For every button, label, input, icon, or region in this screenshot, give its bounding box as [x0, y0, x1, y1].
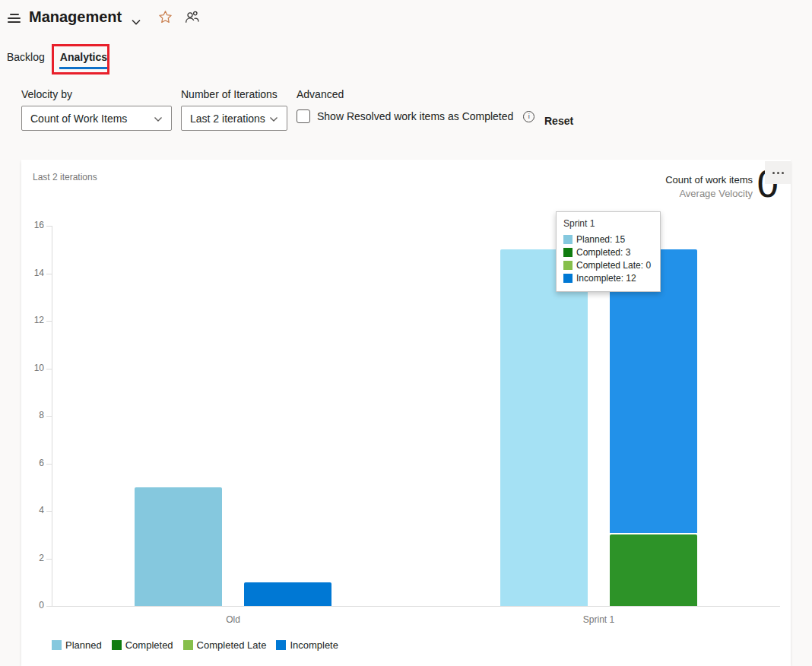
y-axis-tick-label: 0 [21, 600, 44, 610]
x-axis-line [52, 606, 780, 607]
legend-label: Planned [65, 639, 102, 651]
y-axis-tick-label: 16 [21, 220, 44, 230]
chart-subtitle: Last 2 iterations [33, 172, 97, 182]
bar-completed-1[interactable] [610, 534, 697, 606]
tooltip-swatch [563, 274, 573, 283]
velocity-by-label: Velocity by [21, 88, 172, 100]
tooltip-row: Incomplete: 12 [563, 273, 653, 284]
tooltip-row: Completed Late: 0 [563, 260, 653, 271]
show-resolved-checkbox[interactable] [297, 109, 310, 123]
y-axis-tick-label: 10 [21, 363, 44, 373]
y-axis-tick-mark [46, 369, 52, 369]
y-axis-tick-label: 14 [21, 268, 44, 278]
more-options-button[interactable] [765, 161, 791, 184]
tooltip-text: Planned: 15 [576, 234, 625, 245]
legend-label: Completed Late [197, 639, 267, 651]
tooltip-row: Planned: 15 [563, 234, 653, 245]
legend-label: Completed [125, 639, 173, 651]
tab-backlog[interactable]: Backlog [6, 49, 46, 69]
iterations-group: Number of Iterations Last 2 iterations [181, 88, 287, 131]
tooltip-text: Incomplete: 12 [576, 273, 636, 284]
legend-swatch [112, 640, 122, 650]
plot-area [52, 226, 780, 606]
y-axis-tick-mark [46, 226, 52, 227]
bar-incomplete-0[interactable] [244, 582, 331, 606]
legend-swatch [183, 640, 193, 650]
metric-label: Count of work items [665, 174, 753, 186]
tooltip-row: Completed: 3 [563, 247, 653, 258]
page-title: Management [29, 8, 122, 26]
y-axis-tick-mark [46, 274, 52, 274]
bar-planned-0[interactable] [135, 487, 222, 606]
velocity-by-dropdown[interactable]: Count of Work Items [21, 106, 172, 131]
tooltip-text: Completed Late: 0 [576, 260, 651, 271]
y-axis-tick-mark [46, 416, 52, 417]
favorite-star-icon[interactable] [158, 10, 173, 27]
reset-button[interactable]: Reset [544, 115, 573, 127]
chart-tooltip: Sprint 1 Planned: 15Completed: 3Complete… [556, 211, 661, 292]
y-axis-tick-mark [46, 606, 52, 607]
tooltip-swatch [563, 261, 573, 270]
show-resolved-label: Show Resolved work items as Completed [317, 110, 513, 122]
legend-item[interactable]: Planned [52, 639, 102, 651]
legend-item[interactable]: Completed Late [183, 639, 267, 651]
tooltip-title: Sprint 1 [563, 218, 653, 229]
y-axis-tick-label: 12 [21, 315, 44, 325]
bar-planned-1[interactable] [500, 249, 588, 606]
y-axis-tick-label: 2 [21, 553, 44, 563]
y-axis-tick-label: 8 [21, 410, 44, 420]
tab-analytics[interactable]: Analytics [59, 49, 108, 69]
tooltip-swatch [563, 248, 573, 257]
chevron-down-icon[interactable] [132, 14, 141, 28]
y-axis-tick-mark [46, 464, 52, 465]
team-profile-icon[interactable] [185, 10, 200, 27]
velocity-by-value: Count of Work Items [30, 113, 127, 125]
legend-label: Incomplete [290, 639, 338, 651]
x-axis-label: Old [226, 614, 240, 625]
tooltip-text: Completed: 3 [576, 247, 630, 258]
metric-sublabel: Average Velocity [665, 188, 753, 199]
y-axis-tick-label: 4 [21, 505, 44, 515]
chart-card: Last 2 iterations Count of work items Av… [21, 160, 791, 666]
iterations-dropdown[interactable]: Last 2 iterations [181, 106, 287, 131]
tooltip-swatch [563, 235, 573, 244]
x-axis-label: Sprint 1 [583, 614, 614, 625]
y-axis-tick-mark [46, 559, 52, 560]
chart-legend: PlannedCompletedCompleted LateIncomplete [52, 639, 338, 651]
velocity-by-group: Velocity by Count of Work Items [21, 88, 172, 131]
y-axis-tick-mark [46, 321, 52, 322]
metric-labels: Count of work items Average Velocity [665, 174, 753, 199]
iterations-label: Number of Iterations [181, 88, 287, 100]
info-icon[interactable] [523, 111, 534, 122]
y-axis-tick-label: 6 [21, 458, 44, 468]
iterations-value: Last 2 iterations [190, 113, 265, 125]
bar-incomplete-1[interactable] [610, 249, 697, 533]
legend-swatch [52, 640, 62, 650]
chevron-down-icon [269, 113, 278, 125]
legend-item[interactable]: Incomplete [276, 639, 338, 651]
legend-item[interactable]: Completed [112, 639, 173, 651]
tab-bar: Backlog Analytics [6, 49, 108, 69]
y-axis-tick-mark [46, 511, 52, 512]
advanced-label: Advanced [297, 88, 534, 100]
advanced-group: Advanced Show Resolved work items as Com… [297, 88, 534, 123]
backlog-menu-icon[interactable] [8, 14, 21, 24]
legend-swatch [276, 640, 286, 650]
chevron-down-icon [154, 113, 163, 125]
